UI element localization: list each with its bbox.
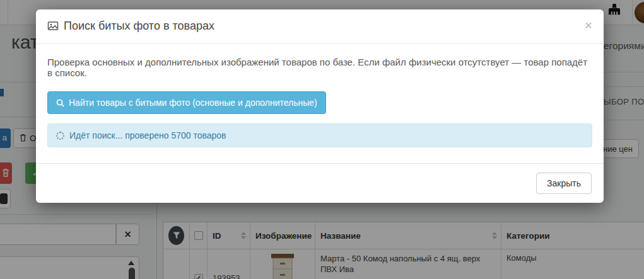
modal-title: Поиск битых фото в товарах <box>64 20 214 33</box>
modal-close-icon[interactable]: × <box>585 18 592 31</box>
find-broken-photos-button[interactable]: Найти товары с битыми фото (основные и д… <box>47 91 326 114</box>
modal-header: Поиск битых фото в товарах × <box>36 9 604 44</box>
modal-footer: Закрыть <box>36 163 604 203</box>
screen: кате егориями 2 ВЫБОР ПОЛ ние цен а Оч ✓ <box>0 0 644 279</box>
modal-title-row: Поиск битых фото в товарах <box>47 20 591 33</box>
search-progress-text: Идёт поиск... проверено 5700 товаров <box>69 130 226 140</box>
find-broken-photos-label: Найти товары с битыми фото (основные и д… <box>69 98 317 108</box>
search-progress-alert: Идёт поиск... проверено 5700 товаров <box>47 123 592 147</box>
search-icon <box>56 99 64 107</box>
modal-body: Проверка основных и дополнительных изобр… <box>36 44 604 163</box>
image-icon <box>47 21 59 31</box>
spinner-icon <box>56 132 64 140</box>
broken-photos-modal: Поиск битых фото в товарах × Проверка ос… <box>36 9 604 203</box>
close-modal-button[interactable]: Закрыть <box>536 173 592 194</box>
modal-description: Проверка основных и дополнительных изобр… <box>47 57 592 78</box>
